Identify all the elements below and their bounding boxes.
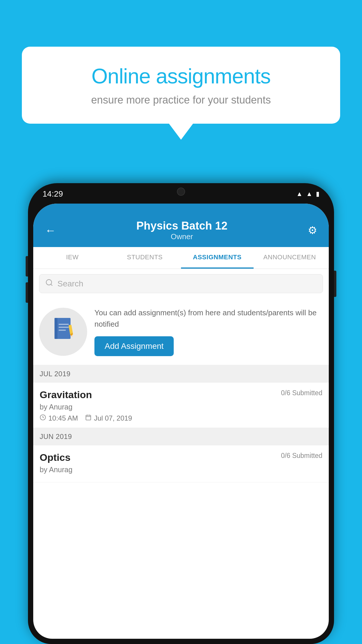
svg-rect-5	[59, 327, 69, 328]
page-title: Physics Batch 12	[56, 220, 308, 232]
power-button	[334, 271, 336, 297]
page-subtitle: Owner	[56, 232, 308, 241]
status-time: 14:29	[43, 189, 63, 199]
svg-point-0	[46, 280, 52, 285]
phone-screen: ← Physics Batch 12 Owner ⚙ IEW STUDENTS …	[33, 204, 329, 639]
wifi-icon: ▲	[296, 190, 303, 198]
svg-rect-6	[59, 330, 66, 331]
month-header-jun: JUN 2019	[33, 428, 329, 445]
date-value: Jul 07, 2019	[94, 414, 132, 422]
speech-bubble-subtitle: ensure more practice for your students	[42, 94, 320, 106]
promo-content: You can add assignment(s) from here and …	[94, 307, 323, 356]
add-assignment-button[interactable]: Add Assignment	[94, 336, 174, 356]
phone-notch	[149, 183, 213, 199]
assignment-top-optics: Optics 0/6 Submitted	[40, 452, 322, 463]
clock-icon	[40, 414, 46, 422]
tab-announcements[interactable]: ANNOUNCEMEN	[254, 247, 326, 269]
app-header: ← Physics Batch 12 Owner ⚙	[33, 204, 329, 247]
calendar-icon	[85, 414, 92, 422]
promo-description: You can add assignment(s) from here and …	[94, 307, 323, 330]
assignment-title: Gravitation	[40, 389, 92, 400]
speech-bubble: Online assignments ensure more practice …	[22, 47, 340, 124]
search-icon	[45, 279, 53, 289]
time-value: 10:45 AM	[48, 414, 78, 422]
speech-bubble-container: Online assignments ensure more practice …	[22, 47, 340, 124]
assignment-title-optics: Optics	[40, 452, 71, 463]
month-header-jul: JUL 2019	[33, 365, 329, 383]
svg-rect-4	[59, 324, 69, 325]
settings-button[interactable]: ⚙	[308, 224, 317, 237]
search-container: Search	[33, 269, 329, 298]
svg-line-1	[51, 284, 52, 286]
phone-frame: 14:29 ▲ ▲ ▮ ← Physics Batch 12 Owner ⚙ I…	[28, 183, 334, 644]
assignment-meta: 10:45 AM Jul 07, 2019	[40, 414, 322, 422]
assignment-top: Gravitation 0/6 Submitted	[40, 389, 322, 400]
tab-iew[interactable]: IEW	[36, 247, 109, 269]
assignment-submitted-optics: 0/6 Submitted	[281, 452, 322, 460]
svg-rect-11	[86, 415, 91, 420]
signal-icon: ▲	[306, 190, 312, 198]
tab-assignments[interactable]: ASSIGNMENTS	[181, 247, 254, 269]
promo-section: You can add assignment(s) from here and …	[33, 298, 329, 365]
notebook-icon	[52, 316, 75, 347]
assignment-submitted: 0/6 Submitted	[281, 389, 322, 397]
svg-rect-3	[55, 318, 57, 339]
assignment-author: by Anurag	[40, 403, 322, 411]
volume-down-button	[26, 282, 28, 303]
status-icons: ▲ ▲ ▮	[296, 190, 319, 198]
phone-camera	[177, 188, 185, 196]
assignment-date: Jul 07, 2019	[85, 414, 132, 422]
tab-bar: IEW STUDENTS ASSIGNMENTS ANNOUNCEMEN	[33, 247, 329, 269]
search-bar[interactable]: Search	[39, 274, 323, 293]
promo-icon-circle	[39, 308, 87, 356]
battery-icon: ▮	[316, 190, 319, 198]
header-title-block: Physics Batch 12 Owner	[56, 220, 308, 241]
assignment-item-optics[interactable]: Optics 0/6 Submitted by Anurag	[33, 445, 329, 482]
speech-bubble-title: Online assignments	[42, 64, 320, 88]
volume-up-button	[26, 256, 28, 276]
assignment-author-optics: by Anurag	[40, 466, 322, 474]
back-button[interactable]: ←	[45, 224, 56, 237]
search-placeholder: Search	[57, 279, 83, 288]
assignment-item-gravitation[interactable]: Gravitation 0/6 Submitted by Anurag 10:4…	[33, 383, 329, 428]
assignment-time: 10:45 AM	[40, 414, 78, 422]
tab-students[interactable]: STUDENTS	[109, 247, 181, 269]
